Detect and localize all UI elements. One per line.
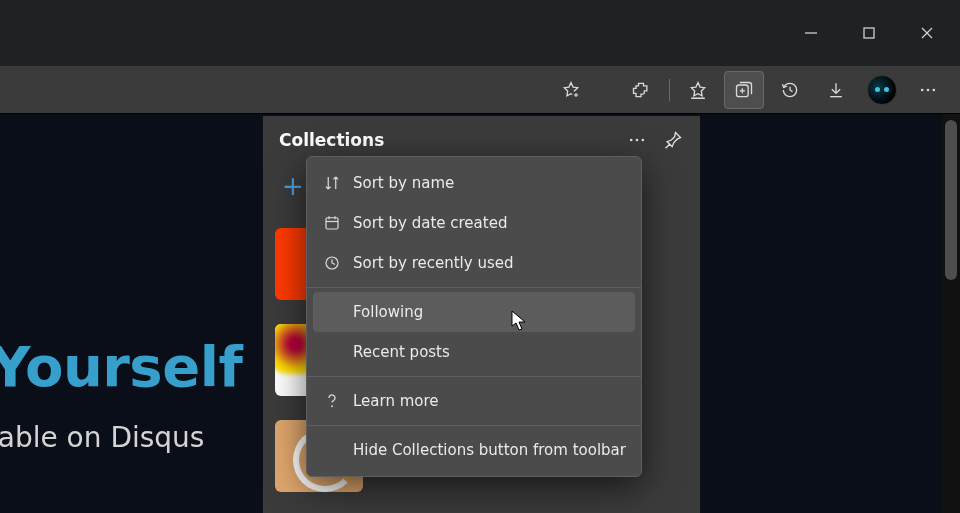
context-menu-item[interactable]: Sort by name xyxy=(307,163,641,203)
context-menu-item[interactable]: Sort by recently used xyxy=(307,243,641,283)
svg-point-25 xyxy=(331,405,333,407)
svg-point-14 xyxy=(921,88,924,91)
calendar-icon xyxy=(323,214,353,232)
minimize-icon xyxy=(804,26,818,40)
avatar-icon xyxy=(867,75,897,105)
context-menu-item-label: Sort by recently used xyxy=(353,254,514,272)
svg-point-16 xyxy=(933,88,936,91)
context-menu-item[interactable]: Sort by date created xyxy=(307,203,641,243)
toolbar xyxy=(0,66,960,114)
clock-icon xyxy=(323,254,353,272)
title-bar xyxy=(0,0,960,66)
hero: Yourself lable on Disqus xyxy=(0,334,242,454)
svg-point-17 xyxy=(630,139,633,142)
close-button[interactable] xyxy=(898,10,956,56)
favorites-button[interactable] xyxy=(678,71,718,109)
separator xyxy=(669,79,670,101)
context-menu-item-label: Sort by name xyxy=(353,174,454,192)
context-menu-item-label: Hide Collections button from toolbar xyxy=(353,441,626,459)
context-menu-item-label: Recent posts xyxy=(353,343,450,361)
context-menu-item[interactable]: Hide Collections button from toolbar xyxy=(307,430,641,470)
close-icon xyxy=(920,26,934,40)
collections-title: Collections xyxy=(279,130,384,150)
context-menu: Sort by nameSort by date createdSort by … xyxy=(306,156,642,477)
more-icon xyxy=(918,80,938,100)
context-menu-item[interactable]: Following xyxy=(313,292,635,332)
context-menu-item[interactable]: Recent posts xyxy=(307,332,641,372)
hero-subtitle: lable on Disqus xyxy=(0,421,242,454)
svg-point-15 xyxy=(927,88,930,91)
minimize-button[interactable] xyxy=(782,10,840,56)
collections-button[interactable] xyxy=(724,71,764,109)
context-menu-item[interactable]: Learn more xyxy=(307,381,641,421)
context-menu-divider xyxy=(307,287,641,288)
downloads-icon xyxy=(826,80,846,100)
collections-more-button[interactable] xyxy=(626,129,648,151)
star-add-icon xyxy=(561,80,581,100)
pin-button[interactable] xyxy=(662,129,684,151)
profile-button[interactable] xyxy=(862,71,902,109)
context-menu-item-label: Following xyxy=(353,303,423,321)
context-menu-item-label: Sort by date created xyxy=(353,214,507,232)
pin-icon xyxy=(663,130,683,150)
history-button[interactable] xyxy=(770,71,810,109)
svg-point-19 xyxy=(642,139,645,142)
page-scrollbar[interactable] xyxy=(942,114,960,513)
maximize-icon xyxy=(862,26,876,40)
extensions-icon xyxy=(631,80,651,100)
favorites-bar-icon xyxy=(688,80,708,100)
context-menu-divider xyxy=(307,425,641,426)
downloads-button[interactable] xyxy=(816,71,856,109)
history-icon xyxy=(780,80,800,100)
scrollbar-thumb[interactable] xyxy=(945,120,957,280)
help-icon xyxy=(323,392,353,410)
context-menu-divider xyxy=(307,376,641,377)
svg-rect-20 xyxy=(326,218,338,229)
more-icon xyxy=(627,130,647,150)
extensions-button[interactable] xyxy=(621,71,661,109)
sort-alpha-icon xyxy=(323,174,353,192)
maximize-button[interactable] xyxy=(840,10,898,56)
add-favorite-button[interactable] xyxy=(551,71,591,109)
collections-icon xyxy=(734,80,754,100)
context-menu-item-label: Learn more xyxy=(353,392,439,410)
svg-point-18 xyxy=(636,139,639,142)
browser-window: Yourself lable on Disqus Collections + xyxy=(0,0,960,513)
svg-rect-1 xyxy=(864,28,874,38)
hero-title: Yourself xyxy=(0,334,242,399)
more-button[interactable] xyxy=(908,71,948,109)
